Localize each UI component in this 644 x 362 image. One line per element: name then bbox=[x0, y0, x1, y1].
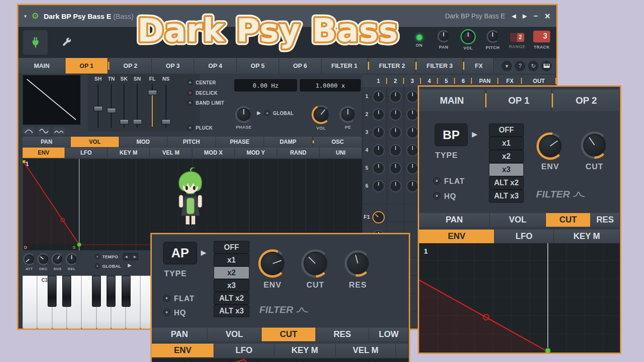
collapse-arrow-icon[interactable]: ▾ bbox=[24, 13, 27, 19]
att-knob[interactable] bbox=[23, 253, 35, 265]
ob-param-res[interactable]: RES bbox=[316, 328, 369, 341]
env-knob[interactable] bbox=[258, 249, 287, 278]
hq-radio[interactable] bbox=[433, 192, 440, 199]
help-icon[interactable]: ? bbox=[515, 61, 525, 71]
ob-env-env[interactable]: ENV bbox=[152, 344, 214, 357]
harmonic-slider-ns[interactable] bbox=[161, 84, 171, 128]
env-tab-velm[interactable]: VEL M bbox=[150, 148, 192, 158]
harmonic-slider-sk[interactable] bbox=[119, 84, 129, 128]
matrix-knob[interactable] bbox=[372, 108, 385, 121]
env-tab-uni[interactable]: UNI bbox=[320, 148, 362, 158]
pe-knob[interactable] bbox=[339, 106, 356, 123]
res-knob[interactable] bbox=[345, 250, 371, 277]
tab-filter3[interactable]: FILTER 3 bbox=[417, 58, 463, 74]
or-param-pan[interactable]: PAN bbox=[419, 213, 490, 227]
ob-env-velm[interactable]: VEL M bbox=[336, 344, 396, 357]
harmonic-slider-sn[interactable] bbox=[132, 84, 142, 128]
tab-op6[interactable]: OP 6 bbox=[279, 58, 322, 74]
tab-fx[interactable]: FX bbox=[464, 58, 494, 74]
filter-opt-x2[interactable]: x2 bbox=[489, 150, 524, 163]
global-arrow-icon[interactable]: ▶ bbox=[128, 263, 132, 268]
matrix-knob[interactable] bbox=[406, 90, 419, 103]
center-radio[interactable] bbox=[187, 80, 193, 85]
ratio-display[interactable]: 1.0000 x bbox=[300, 79, 361, 91]
overlay-right-envelope[interactable]: 1 bbox=[419, 243, 620, 353]
filter-type-arrow-icon[interactable]: ▶ bbox=[201, 248, 206, 257]
phase-knob[interactable] bbox=[235, 106, 252, 123]
param-tab-pitch[interactable]: PITCH bbox=[167, 137, 215, 147]
ob-env-keym[interactable]: KEY M bbox=[274, 344, 336, 357]
gear-icon[interactable]: ⚙ bbox=[32, 12, 39, 20]
env-tab-rand[interactable]: RAND bbox=[277, 148, 320, 158]
tab-main[interactable]: MAIN bbox=[18, 58, 66, 74]
op-vol-knob[interactable] bbox=[312, 105, 330, 124]
or-env-env[interactable]: ENV bbox=[419, 230, 495, 243]
ob-param-low[interactable]: LOW bbox=[369, 328, 409, 341]
rel-knob[interactable] bbox=[66, 253, 78, 265]
piano-black-key[interactable] bbox=[122, 276, 131, 307]
matrix-knob[interactable] bbox=[389, 144, 402, 156]
sine-button[interactable] bbox=[38, 127, 50, 135]
tab-filter2[interactable]: FILTER 2 bbox=[369, 58, 415, 74]
phase-arrow-icon[interactable]: ▶ bbox=[257, 110, 261, 116]
or-env-lfo[interactable]: LFO bbox=[495, 230, 554, 243]
matrix-knob[interactable] bbox=[372, 180, 385, 192]
filter-opt-altx2[interactable]: ALT x2 bbox=[489, 176, 524, 189]
spin-right-icon[interactable]: ▶ bbox=[134, 255, 136, 259]
vol-knob[interactable] bbox=[462, 30, 475, 43]
param-tab-phase[interactable]: PHASE bbox=[216, 137, 264, 147]
filter-opt-altx2[interactable]: ALT x2 bbox=[214, 292, 249, 304]
env-tab-lfo[interactable]: LFO bbox=[65, 148, 107, 158]
filter-opt-altx3[interactable]: ALT x3 bbox=[489, 189, 524, 203]
filter-opt-x2[interactable]: x2 bbox=[214, 266, 249, 279]
double-hump-button[interactable] bbox=[53, 127, 65, 135]
hq-radio[interactable] bbox=[163, 309, 170, 316]
band-limit-radio[interactable] bbox=[187, 100, 193, 106]
env-tab-mody[interactable]: MOD Y bbox=[235, 148, 277, 158]
tab-filter1[interactable]: FILTER 1 bbox=[322, 58, 368, 74]
cut-knob[interactable] bbox=[301, 249, 330, 278]
or-tab-op1[interactable]: OP 1 bbox=[487, 90, 552, 111]
env-tab-modx[interactable]: MOD X bbox=[192, 148, 235, 158]
matrix-knob[interactable] bbox=[389, 162, 402, 174]
phase-global-radio[interactable] bbox=[264, 110, 270, 116]
harmonic-slider-tn[interactable] bbox=[107, 84, 116, 128]
matrix-knob[interactable] bbox=[389, 126, 402, 139]
piano-black-key[interactable] bbox=[62, 276, 71, 307]
minimize-button[interactable]: – bbox=[534, 12, 538, 20]
filter-opt-altx3[interactable]: ALT x3 bbox=[214, 304, 249, 317]
on-led[interactable] bbox=[416, 34, 422, 41]
range-badge[interactable]: 2 bbox=[510, 33, 524, 42]
tab-op3[interactable]: OP 3 bbox=[152, 58, 194, 74]
preset-prev-icon[interactable]: ◀ bbox=[512, 13, 516, 19]
or-param-vol[interactable]: VOL bbox=[490, 213, 546, 227]
harmonic-slider-fl[interactable] bbox=[148, 84, 157, 128]
preset-name[interactable]: Dark BP Psy Bass E bbox=[445, 12, 505, 20]
pitch-knob[interactable] bbox=[487, 30, 499, 43]
filter-opt-x3[interactable]: x3 bbox=[214, 279, 249, 292]
piano-black-key[interactable] bbox=[92, 276, 101, 307]
env-knob[interactable] bbox=[537, 132, 564, 160]
filter-type-button-bp[interactable]: BP bbox=[435, 123, 468, 146]
filter-opt-x3[interactable]: x3 bbox=[489, 163, 524, 176]
preset-next-icon[interactable]: ▶ bbox=[522, 13, 527, 19]
matrix-knob[interactable] bbox=[372, 126, 385, 139]
keyboard-icon[interactable] bbox=[541, 61, 552, 71]
wrench-button[interactable] bbox=[59, 35, 74, 50]
matrix-knob[interactable] bbox=[406, 108, 419, 121]
or-param-cut[interactable]: CUT bbox=[546, 213, 591, 227]
matrix-knob[interactable] bbox=[372, 211, 385, 223]
tempo-spinner[interactable]: ◀ ▶ bbox=[123, 253, 138, 260]
filter-opt-x1[interactable]: x1 bbox=[489, 137, 524, 150]
tab-op1[interactable]: OP 1 bbox=[66, 58, 108, 74]
flat-radio[interactable] bbox=[163, 295, 170, 302]
matrix-knob[interactable] bbox=[372, 144, 385, 156]
filter-type-arrow-icon[interactable]: ▶ bbox=[472, 130, 478, 139]
or-param-res[interactable]: RES bbox=[591, 213, 620, 227]
dropdown-icon[interactable]: ▾ bbox=[502, 61, 512, 71]
param-tab-vol[interactable]: VOL bbox=[71, 137, 119, 147]
flat-radio[interactable] bbox=[433, 177, 440, 184]
global-radio[interactable] bbox=[95, 263, 100, 269]
ob-param-pan[interactable]: PAN bbox=[152, 328, 207, 341]
dec-knob[interactable] bbox=[37, 253, 50, 265]
